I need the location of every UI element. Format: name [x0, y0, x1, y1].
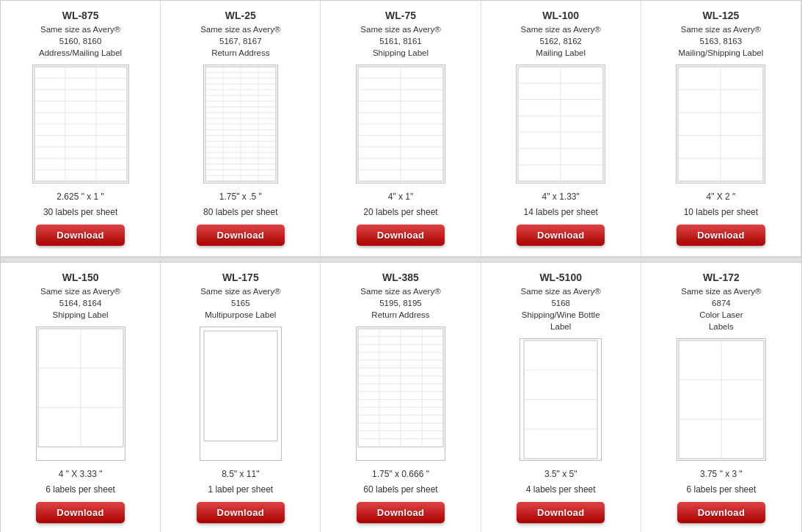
card-labels-per-sheet: 6 labels per sheet [687, 484, 757, 496]
svg-rect-64 [204, 331, 277, 441]
download-button[interactable]: Download [357, 502, 445, 523]
card-title: WL-175 [222, 272, 259, 283]
card-subtitle: Same size as Avery®5165Multipurpose Labe… [200, 285, 280, 321]
card-title: WL-5100 [539, 272, 582, 283]
card-subtitle: Same size as Avery®5162, 8162Mailing Lab… [521, 23, 601, 59]
card-wl-175: WL-175 Same size as Avery®5165Multipurpo… [161, 263, 321, 532]
card-labels-per-sheet: 80 labels per sheet [203, 206, 277, 219]
label-preview [677, 338, 766, 461]
card-title: WL-100 [542, 10, 579, 21]
card-subtitle: Same size as Avery®5160, 8160Address/Mai… [39, 23, 122, 59]
label-preview [36, 327, 125, 461]
card-labels-per-sheet: 60 labels per sheet [363, 484, 437, 496]
card-title: WL-385 [382, 272, 419, 283]
card-wl-150: WL-150 Same size as Avery®5164, 8164Ship… [1, 263, 161, 532]
card-size: 8.5" x 11" [222, 468, 259, 481]
download-button[interactable]: Download [197, 225, 285, 246]
card-title: WL-150 [62, 272, 99, 283]
card-wl-125: WL-125 Same size as Avery®5163, 8163Mail… [641, 1, 801, 257]
card-labels-per-sheet: 1 label per sheet [208, 484, 273, 496]
card-labels-per-sheet: 4 labels per sheet [526, 484, 596, 496]
download-button[interactable]: Download [517, 225, 605, 246]
card-subtitle: Same size as Avery®5168Shipping/Wine Bot… [521, 285, 601, 332]
card-wl-75: WL-75 Same size as Avery®5161, 8161Shipp… [321, 1, 481, 257]
card-wl-100: WL-100 Same size as Avery®5162, 8162Mail… [481, 1, 641, 257]
card-size: 4 " X 3.33 " [59, 468, 103, 481]
card-labels-per-sheet: 20 labels per sheet [363, 206, 437, 219]
download-button[interactable]: Download [36, 225, 125, 246]
download-button[interactable]: Download [197, 502, 285, 523]
label-preview [516, 65, 605, 183]
card-title: WL-172 [703, 272, 740, 283]
card-wl-25: WL-25 Same size as Avery®5167, 8167Retur… [161, 1, 321, 257]
card-size: 1.75" x .5 " [219, 191, 262, 203]
label-preview [356, 65, 445, 183]
card-labels-per-sheet: 14 labels per sheet [523, 206, 597, 219]
card-title: WL-25 [225, 10, 256, 21]
download-button[interactable]: Download [36, 502, 125, 523]
label-preview [200, 327, 282, 461]
download-button[interactable]: Download [677, 225, 765, 246]
card-wl-385: WL-385 Same size as Avery®5195, 8195Retu… [321, 263, 481, 532]
label-preview [356, 327, 445, 461]
card-size: 4" x 1.33" [542, 191, 580, 203]
card-subtitle: Same size as Avery®5161, 8161Shipping La… [360, 23, 440, 59]
row-separator [1, 257, 801, 263]
card-wl-875: WL-875 Same size as Avery®5160, 8160Addr… [1, 1, 161, 257]
label-preview [203, 65, 278, 183]
label-preview [520, 338, 602, 461]
card-labels-per-sheet: 30 labels per sheet [43, 206, 117, 219]
card-title: WL-75 [385, 10, 416, 21]
download-button[interactable]: Download [517, 502, 605, 523]
card-labels-per-sheet: 6 labels per sheet [45, 484, 115, 496]
card-subtitle: Same size as Avery®5167, 8167Return Addr… [200, 23, 280, 59]
card-title: WL-875 [62, 10, 99, 21]
download-button[interactable]: Download [357, 225, 445, 246]
card-subtitle: Same size as Avery®6874Color LaserLabels [681, 285, 761, 332]
card-size: 3.5" x 5" [544, 468, 577, 481]
card-subtitle: Same size as Avery®5163, 8163Mailing/Shi… [679, 23, 764, 59]
card-labels-per-sheet: 10 labels per sheet [684, 206, 758, 219]
label-preview [676, 65, 765, 183]
card-wl-172: WL-172 Same size as Avery®6874Color Lase… [641, 263, 801, 532]
card-size: 4" x 1" [388, 191, 414, 203]
card-subtitle: Same size as Avery®5164, 8164Shipping La… [40, 285, 120, 321]
card-title: WL-125 [702, 10, 739, 21]
card-size: 3.75 " x 3 " [700, 468, 743, 481]
card-subtitle: Same size as Avery®5195, 8195Return Addr… [360, 285, 440, 321]
card-size: 4" X 2 " [706, 191, 735, 203]
card-size: 2.625 " x 1 " [56, 191, 104, 203]
download-button[interactable]: Download [677, 502, 766, 523]
card-size: 1.75" x 0.666 " [372, 468, 429, 481]
label-grid: WL-875 Same size as Avery®5160, 8160Addr… [0, 0, 802, 532]
card-wl-5100: WL-5100 Same size as Avery®5168Shipping/… [481, 263, 641, 532]
label-preview [32, 65, 129, 183]
